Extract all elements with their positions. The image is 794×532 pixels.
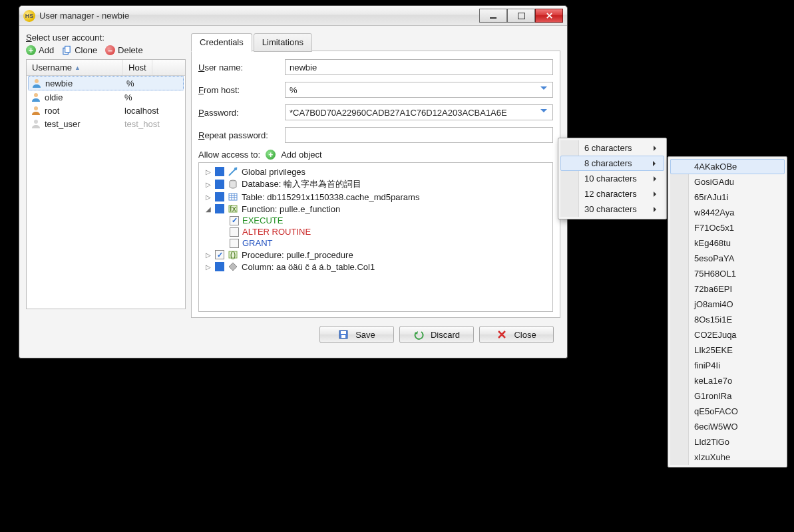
col-username[interactable]: Username ▲ (27, 60, 123, 75)
menu-item-pass[interactable]: keLa1e7o (670, 373, 785, 388)
checkbox[interactable] (215, 192, 224, 201)
menu-item-pass[interactable]: CO2EJuqa (670, 327, 785, 342)
privilege-tree[interactable]: ▷Global privileges ▷Database: 輸入字串為首的詞目 … (198, 162, 553, 312)
checkbox[interactable] (215, 180, 224, 189)
menu-item-pass[interactable]: GosiGAdu (670, 174, 785, 190)
menu-item-pass[interactable]: F71Oc5x1 (670, 220, 785, 235)
menu-item-pass[interactable]: 65rAJu1i (670, 190, 785, 205)
discard-button[interactable]: Discard (399, 326, 474, 343)
minus-icon: – (105, 45, 115, 55)
checkbox[interactable] (215, 262, 224, 271)
expand-icon[interactable]: ▷ (204, 168, 212, 176)
menu-item-pass[interactable]: jO8ami4O (670, 297, 785, 312)
select-account-label: Select user account: (26, 33, 186, 43)
checkbox[interactable] (215, 204, 224, 213)
checkbox[interactable] (230, 239, 239, 248)
tree-node-grant[interactable]: GRANT (200, 237, 551, 249)
tree-node-table[interactable]: ▷Table: db115291x1150338.cache_md5params (200, 191, 551, 203)
repeatpass-input[interactable] (285, 127, 553, 143)
tree-node-alter[interactable]: ALTER ROUTINE (200, 226, 551, 237)
tab-credentials[interactable]: Credentials (191, 33, 252, 52)
window-title: User manager - newbie (39, 11, 129, 21)
menu-item-pass[interactable]: G1ronIRa (670, 388, 785, 404)
checkbox[interactable] (230, 216, 239, 225)
expand-icon[interactable]: ▷ (204, 181, 212, 188)
user-row-root[interactable]: root localhost (27, 104, 185, 117)
menu-item-pass[interactable]: xIzuXuhe (670, 450, 785, 465)
user-icon (31, 78, 42, 88)
menu-item-pass[interactable]: LIk25EKE (670, 342, 785, 358)
minimize-button[interactable] (479, 9, 507, 23)
menu-item-pass[interactable]: 8Os15i1E (670, 312, 785, 327)
svg-point-3 (34, 93, 38, 97)
svg-rect-8 (229, 194, 237, 200)
password-combo[interactable]: *CA7B0D70A22960CADB27A1C76D12A203ACBA1A6… (285, 104, 553, 120)
menu-item-pass[interactable]: 75H68OL1 (670, 266, 785, 281)
password-length-menu[interactable]: 6 characters 8 characters 10 characters … (558, 138, 667, 219)
menu-item-10chars[interactable]: 10 characters (560, 171, 664, 186)
add-user-button[interactable]: +Add (26, 45, 54, 55)
password-label: Password: (198, 108, 285, 118)
table-icon (228, 192, 238, 202)
menu-item-12chars[interactable]: 12 characters (560, 186, 664, 201)
tree-node-execute[interactable]: EXECUTE (200, 215, 551, 226)
svg-rect-19 (341, 331, 346, 334)
credentials-panel: User name:newbie From host:% Password:*C… (191, 51, 560, 318)
tree-node-procedure[interactable]: ▷()Procedure: pulle.f_procedure (200, 249, 551, 261)
plus-icon: + (26, 45, 36, 55)
user-toolbar: +Add Clone –Delete (26, 45, 186, 55)
fromhost-label: From host: (198, 85, 285, 95)
svg-text:(): () (230, 249, 236, 259)
user-row-oldie[interactable]: oldie % (27, 90, 185, 104)
checkbox[interactable] (230, 227, 239, 237)
collapse-icon[interactable]: ◢ (204, 205, 212, 213)
user-manager-window: HS User manager - newbie Select user acc… (19, 5, 568, 358)
user-row-newbie[interactable]: newbie % (28, 76, 184, 90)
username-label: User name: (198, 63, 285, 72)
menu-item-pass[interactable]: kEg468tu (670, 235, 785, 251)
submenu-arrow-icon (653, 161, 658, 166)
menu-item-pass[interactable]: finiP4Ii (670, 358, 785, 373)
menu-item-6chars[interactable]: 6 characters (560, 140, 664, 156)
menu-item-8chars[interactable]: 8 characters (560, 156, 664, 171)
save-button[interactable]: Save (319, 326, 394, 343)
maximize-button[interactable] (507, 9, 535, 23)
menu-item-pass[interactable]: LId2TiGo (670, 434, 785, 450)
close-button[interactable]: Close (479, 326, 554, 343)
submenu-arrow-icon (654, 192, 659, 197)
tree-node-column[interactable]: ▷Column: aa öäü č á á.b_table.Col1 (200, 261, 551, 273)
password-suggestions-menu[interactable]: 4AKakOBe GosiGAdu 65rAJu1i w8442Aya F71O… (668, 156, 787, 467)
delete-user-button[interactable]: –Delete (105, 45, 143, 55)
close-window-button[interactable] (535, 9, 563, 23)
expand-icon[interactable]: ▷ (204, 251, 212, 259)
tree-node-function[interactable]: ◢fxFunction: pulle.e_function (200, 203, 551, 215)
menu-item-pass[interactable]: 4AKakOBe (670, 159, 785, 174)
svg-rect-20 (341, 335, 345, 338)
menu-item-pass[interactable]: 72ba6EPI (670, 281, 785, 297)
tree-node-database[interactable]: ▷Database: 輸入字串為首的詞目 (200, 178, 551, 191)
add-object-button[interactable]: Add object (281, 150, 321, 160)
clone-icon (62, 45, 72, 55)
menu-item-pass[interactable]: 5esoPaYA (670, 251, 785, 266)
titlebar[interactable]: HS User manager - newbie (19, 6, 567, 26)
save-icon (338, 329, 349, 340)
fromhost-combo[interactable]: % (285, 82, 553, 98)
menu-item-pass[interactable]: w8442Aya (670, 205, 785, 220)
function-icon: fx (228, 203, 238, 214)
username-input[interactable]: newbie (285, 59, 553, 75)
close-icon (496, 329, 507, 340)
allow-label: Allow access to: (198, 150, 260, 160)
tab-limitations[interactable]: Limitations (254, 33, 312, 52)
expand-icon[interactable]: ▷ (204, 263, 212, 271)
clone-user-button[interactable]: Clone (62, 45, 97, 55)
user-row-test[interactable]: test_user test_host (27, 117, 185, 130)
menu-item-pass[interactable]: 6eciW5WO (670, 419, 785, 434)
svg-text:fx: fx (230, 203, 237, 213)
checkbox[interactable] (215, 167, 224, 176)
col-host[interactable]: Host (123, 60, 152, 75)
tree-node-global[interactable]: ▷Global privileges (200, 166, 551, 178)
menu-item-30chars[interactable]: 30 characters (560, 201, 664, 217)
expand-icon[interactable]: ▷ (204, 194, 212, 201)
checkbox[interactable] (215, 250, 224, 259)
menu-item-pass[interactable]: qE5oFACO (670, 404, 785, 419)
